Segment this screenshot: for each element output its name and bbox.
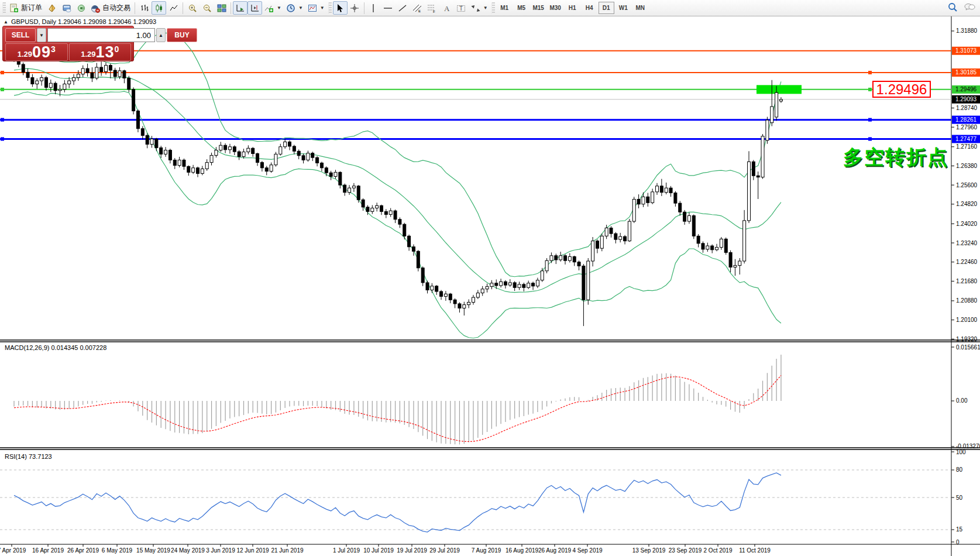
vertical-line-icon: [369, 4, 378, 13]
fibonacci-tool[interactable]: F: [425, 1, 439, 15]
svg-text:10 Jul 2019: 10 Jul 2019: [363, 547, 394, 554]
symbol-header: ▲ GBPUSD, Daily 1.29046 1.29098 1.29046 …: [4, 18, 156, 25]
search-icon[interactable]: [947, 2, 958, 15]
svg-text:1.25600: 1.25600: [956, 182, 978, 188]
svg-text:4 Sep 2019: 4 Sep 2019: [572, 547, 603, 554]
timeframe-m5[interactable]: M5: [514, 2, 529, 14]
svg-text:23 Sep 2019: 23 Sep 2019: [669, 547, 702, 554]
svg-text:1.21680: 1.21680: [956, 278, 978, 284]
new-order-button[interactable]: 新订单: [7, 1, 44, 15]
vertical-line-tool[interactable]: [366, 1, 381, 15]
timeframe-m15[interactable]: M15: [531, 2, 546, 14]
svg-text:A: A: [444, 4, 450, 13]
auto-scroll-icon: [236, 4, 245, 13]
svg-text:1.31880: 1.31880: [956, 28, 978, 34]
profiles-button[interactable]: [59, 1, 74, 15]
zoom-out-icon: [202, 4, 212, 13]
svg-text:7 Aug 2019: 7 Aug 2019: [472, 547, 501, 554]
toolbar-grip[interactable]: [491, 2, 495, 14]
indicators-icon: [264, 4, 274, 13]
toolbar-separator: [135, 2, 135, 14]
autotrading-button[interactable]: 自动交易: [88, 1, 133, 15]
price-callout-box[interactable]: 1.29496: [872, 81, 931, 98]
tile-windows-icon: [217, 4, 226, 13]
chat-icon[interactable]: [964, 2, 975, 15]
svg-text:80: 80: [956, 466, 963, 473]
volume-increase-button[interactable]: ▲: [156, 28, 166, 42]
templates-icon: [308, 4, 317, 13]
svg-text:50: 50: [956, 495, 963, 501]
indicators-dropdown[interactable]: ▼: [262, 1, 284, 15]
new-chart-button[interactable]: [44, 1, 59, 15]
text-label-tool[interactable]: T: [454, 1, 469, 15]
svg-text:1.28740: 1.28740: [956, 105, 978, 111]
svg-text:1.30185: 1.30185: [955, 69, 977, 75]
svg-text:100: 100: [956, 449, 966, 455]
buy-button[interactable]: BUY: [167, 28, 197, 42]
timeframe-mn[interactable]: MN: [632, 2, 648, 14]
svg-text:1.29496: 1.29496: [955, 86, 977, 92]
line-chart-button[interactable]: [166, 1, 181, 15]
svg-text:1.20880: 1.20880: [956, 297, 978, 304]
price-chart[interactable]: 1.318801.287401.279601.271601.263801.256…: [0, 16, 980, 556]
toolbar-grip[interactable]: [328, 2, 332, 14]
svg-text:1.23240: 1.23240: [956, 240, 978, 246]
turning-point-annotation: 多空转折点: [843, 144, 948, 171]
trendline-tool[interactable]: [396, 1, 410, 15]
candlestick-chart-button[interactable]: [152, 1, 166, 15]
periods-dropdown[interactable]: ▼: [284, 1, 305, 15]
svg-text:16 Aug 2019: 16 Aug 2019: [506, 547, 539, 554]
sell-price[interactable]: 1.29 09 3: [5, 43, 68, 61]
timeframe-h1[interactable]: H1: [565, 2, 580, 14]
collapse-panel-icon[interactable]: ▲: [4, 19, 8, 25]
zoom-in-button[interactable]: [185, 1, 200, 15]
svg-text:1.27477: 1.27477: [955, 136, 977, 142]
svg-text:13 Sep 2019: 13 Sep 2019: [632, 547, 666, 554]
line-chart-icon: [169, 4, 178, 13]
templates-dropdown[interactable]: ▼: [305, 1, 327, 15]
svg-text:21 Jun 2019: 21 Jun 2019: [271, 547, 303, 554]
cursor-button[interactable]: [333, 1, 348, 15]
zoom-out-button[interactable]: [200, 1, 214, 15]
toolbar-grip[interactable]: [2, 2, 6, 14]
text-icon: A: [442, 4, 451, 13]
svg-text:1.29093: 1.29093: [955, 96, 977, 102]
svg-text:15: 15: [956, 526, 963, 533]
timeframe-m30[interactable]: M30: [548, 2, 563, 14]
tile-windows-button[interactable]: [214, 1, 229, 15]
svg-text:6 May 2019: 6 May 2019: [102, 547, 133, 554]
signals-icon: [77, 4, 86, 13]
timeframe-w1[interactable]: W1: [615, 2, 631, 14]
horizontal-line-tool[interactable]: [381, 1, 396, 15]
bar-chart-icon: [140, 4, 149, 13]
chevron-down-icon: ▼: [320, 5, 325, 11]
arrows-dropdown[interactable]: ▼: [469, 1, 490, 15]
svg-text:E: E: [418, 9, 421, 13]
crosshair-button[interactable]: [348, 1, 362, 15]
svg-text:3 Jun 2019: 3 Jun 2019: [206, 547, 235, 554]
volume-decrease-button[interactable]: ▼: [37, 28, 46, 42]
svg-text:15 May 2019: 15 May 2019: [136, 547, 170, 554]
svg-text:29 Jul 2019: 29 Jul 2019: [429, 547, 460, 554]
sell-button[interactable]: SELL: [5, 28, 36, 42]
svg-text:T: T: [459, 5, 463, 12]
new-order-label: 新订单: [21, 3, 42, 13]
chart-shift-button[interactable]: [247, 1, 262, 15]
svg-text:1.27160: 1.27160: [956, 143, 978, 150]
auto-scroll-button[interactable]: [233, 1, 247, 15]
new-order-icon: [9, 4, 19, 13]
chart-window: 1.318801.287401.279601.271601.263801.256…: [0, 16, 980, 556]
timeframe-d1[interactable]: D1: [599, 2, 614, 14]
buy-price[interactable]: 1.29 13 0: [69, 43, 132, 61]
svg-text:1.24020: 1.24020: [956, 221, 978, 227]
sell-price-main: 09: [32, 44, 51, 60]
bar-chart-button[interactable]: [137, 1, 152, 15]
signals-button[interactable]: [74, 1, 88, 15]
svg-text:1.19320: 1.19320: [956, 336, 978, 342]
text-tool[interactable]: A: [439, 1, 454, 15]
volume-input[interactable]: [47, 28, 155, 42]
timeframe-m1[interactable]: M1: [497, 2, 513, 14]
timeframe-h4[interactable]: H4: [582, 2, 597, 14]
equidistant-channel-tool[interactable]: E: [410, 1, 425, 15]
svg-text:2 Oct 2019: 2 Oct 2019: [704, 547, 733, 554]
